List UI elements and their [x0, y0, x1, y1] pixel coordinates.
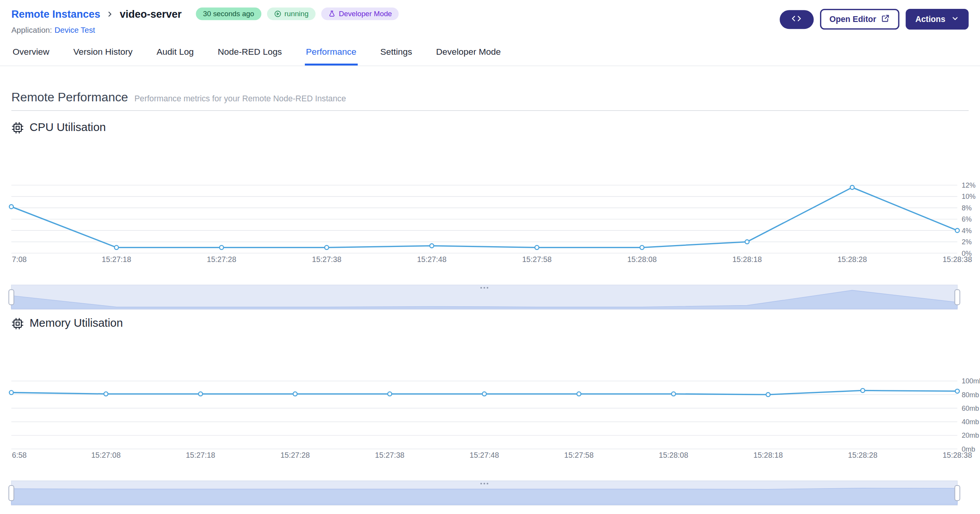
editor-toggle-button[interactable] — [780, 10, 814, 29]
svg-text:100mb: 100mb — [962, 377, 980, 385]
actions-label: Actions — [915, 15, 945, 24]
svg-text:15:27:18: 15:27:18 — [186, 451, 215, 459]
actions-button[interactable]: Actions — [906, 9, 969, 30]
svg-text:12%: 12% — [962, 181, 976, 189]
memory-chart-range-selector[interactable] — [0, 480, 980, 506]
svg-text:15:27:18: 15:27:18 — [102, 255, 131, 264]
tab-bar: OverviewVersion HistoryAudit LogNode-RED… — [0, 41, 980, 66]
tab-version-history[interactable]: Version History — [72, 41, 134, 66]
app-viewport: Remote Instances video-server 30 seconds… — [0, 0, 980, 514]
page-header: Remote Instances video-server 30 seconds… — [0, 0, 980, 35]
application-link[interactable]: Device Test — [55, 26, 95, 35]
header-actions: Open Editor Actions — [780, 9, 968, 30]
svg-text:15:27:48: 15:27:48 — [470, 451, 499, 459]
drag-handle-icon[interactable] — [480, 287, 488, 289]
tab-node-red-logs[interactable]: Node-RED Logs — [217, 41, 283, 66]
header-left: Remote Instances video-server 30 seconds… — [11, 8, 399, 35]
memory-section-title-label: Memory Utilisation — [30, 317, 123, 330]
svg-text:15:28:18: 15:28:18 — [732, 255, 761, 264]
range-handle-left[interactable] — [9, 290, 14, 305]
cpu-section: CPU Utilisation 0%2%4%6%8%10%12%7:0815:2… — [0, 121, 980, 311]
svg-text:20mb: 20mb — [962, 432, 979, 439]
status-badge: running — [267, 8, 315, 20]
page-title: Remote Performance — [11, 90, 128, 105]
code-icon — [791, 13, 802, 26]
chip-icon — [11, 317, 24, 330]
range-handle-right[interactable] — [955, 485, 960, 501]
developer-mode-badge-label: Developer Mode — [339, 10, 392, 18]
tab-audit-log[interactable]: Audit Log — [155, 41, 195, 66]
svg-text:15:27:58: 15:27:58 — [522, 255, 551, 264]
open-editor-button[interactable]: Open Editor — [820, 9, 900, 30]
svg-text:7:08: 7:08 — [12, 255, 27, 264]
svg-text:15:28:28: 15:28:28 — [848, 451, 877, 459]
svg-text:15:27:08: 15:27:08 — [91, 451, 121, 459]
memory-section: Memory Utilisation 0mb20mb40mb60mb80mb10… — [0, 317, 980, 506]
tab-settings[interactable]: Settings — [379, 41, 413, 66]
svg-text:15:27:48: 15:27:48 — [417, 255, 446, 264]
memory-section-title: Memory Utilisation — [0, 317, 980, 330]
svg-text:15:28:28: 15:28:28 — [837, 255, 867, 264]
svg-text:40mb: 40mb — [962, 418, 979, 426]
tab-developer-mode[interactable]: Developer Mode — [435, 41, 502, 66]
svg-text:15:27:58: 15:27:58 — [564, 451, 593, 459]
svg-text:8%: 8% — [962, 204, 972, 212]
svg-text:15:28:18: 15:28:18 — [753, 451, 783, 459]
application-label: Application: — [11, 26, 52, 35]
cpu-section-title: CPU Utilisation — [0, 121, 980, 134]
open-editor-label: Open Editor — [829, 15, 876, 24]
developer-mode-badge: Developer Mode — [321, 8, 399, 20]
breadcrumb-current: video-server — [120, 8, 182, 20]
svg-text:15:28:38: 15:28:38 — [943, 255, 972, 264]
last-seen-badge: 30 seconds ago — [196, 8, 261, 20]
external-link-icon — [881, 14, 890, 25]
range-handle-left[interactable] — [9, 485, 14, 501]
svg-text:15:27:28: 15:27:28 — [207, 255, 236, 264]
drag-handle-icon[interactable] — [480, 483, 488, 484]
svg-text:80mb: 80mb — [962, 391, 979, 399]
main-content: Remote Performance Performance metrics f… — [0, 90, 980, 506]
svg-text:2%: 2% — [962, 238, 972, 246]
svg-text:15:28:08: 15:28:08 — [659, 451, 688, 459]
page-head: Remote Performance Performance metrics f… — [0, 90, 980, 105]
memory-chart: 0mb20mb40mb60mb80mb100mb6:5815:27:0815:2… — [0, 341, 980, 464]
divider — [11, 110, 968, 111]
chip-icon — [11, 121, 24, 134]
beaker-icon — [328, 10, 336, 18]
svg-text:60mb: 60mb — [962, 405, 979, 412]
status-badge-label: running — [284, 10, 309, 18]
breadcrumb: Remote Instances video-server 30 seconds… — [11, 8, 399, 20]
page-subtitle: Performance metrics for your Remote Node… — [134, 94, 346, 104]
chevron-right-icon — [106, 10, 114, 18]
svg-text:10%: 10% — [962, 193, 976, 200]
breadcrumb-parent-link[interactable]: Remote Instances — [11, 8, 100, 20]
cpu-chart-range-selector[interactable] — [0, 284, 980, 311]
tab-overview[interactable]: Overview — [11, 41, 50, 66]
cpu-section-title-label: CPU Utilisation — [30, 121, 106, 134]
cpu-chart: 0%2%4%6%8%10%12%7:0815:27:1815:27:2815:2… — [0, 145, 980, 268]
svg-text:15:27:38: 15:27:38 — [375, 451, 404, 459]
play-circle-icon — [274, 10, 281, 18]
svg-text:4%: 4% — [962, 227, 972, 235]
application-row: Application:Device Test — [11, 26, 399, 35]
svg-text:15:27:28: 15:27:28 — [281, 451, 310, 459]
svg-text:15:28:08: 15:28:08 — [627, 255, 657, 264]
chevron-down-icon — [951, 14, 959, 24]
tab-performance[interactable]: Performance — [304, 41, 358, 66]
svg-text:6:58: 6:58 — [12, 451, 27, 459]
svg-text:15:27:38: 15:27:38 — [312, 255, 341, 264]
svg-text:15:28:38: 15:28:38 — [943, 451, 972, 459]
range-handle-right[interactable] — [955, 290, 960, 305]
svg-text:6%: 6% — [962, 215, 972, 223]
